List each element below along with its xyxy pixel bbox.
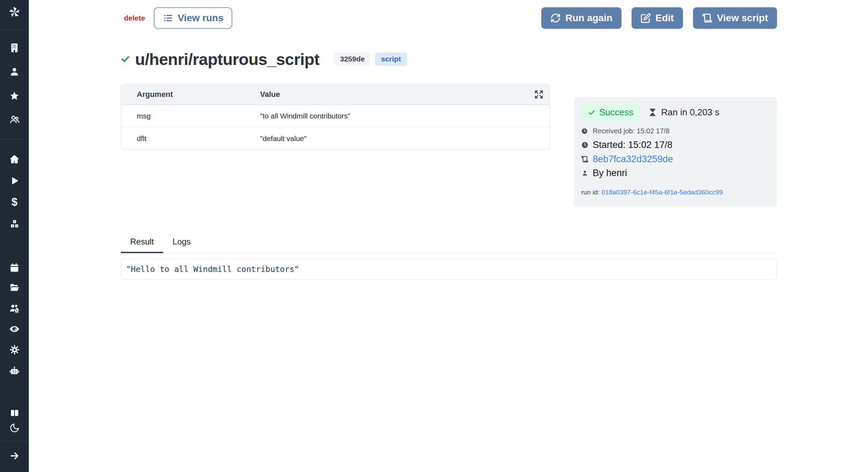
result-panel: "Hello to all Windmill contributors" xyxy=(121,258,777,280)
arguments-table: Argument Value msg "to all Windmill cont… xyxy=(121,84,550,150)
argument-value: "to all Windmill contributors" xyxy=(260,112,550,120)
sidebar-item-home[interactable] xyxy=(0,152,29,166)
sidebar-item-schedules[interactable] xyxy=(0,260,29,274)
clock-icon xyxy=(581,128,588,134)
sidebar-item-folders[interactable] xyxy=(0,281,29,295)
refresh-icon xyxy=(550,13,561,23)
sidebar-divider xyxy=(0,139,29,139)
column-header-argument: Argument xyxy=(121,90,260,99)
play-icon xyxy=(9,176,19,186)
run-info-panel: Success Ran in 0,203 s xyxy=(574,97,777,207)
expand-icon xyxy=(534,89,544,100)
star-icon xyxy=(9,91,20,101)
topbar: delete View runs Run again xyxy=(121,7,777,29)
books-icon xyxy=(9,408,20,418)
run-id-line: run id: 018a0397-6c1e-f45a-6f1e-5edad360… xyxy=(581,189,770,196)
table-header: Argument Value xyxy=(121,84,550,105)
person-icon xyxy=(581,169,589,177)
sidebar-item-workspace[interactable] xyxy=(0,41,29,55)
view-script-button[interactable]: View script xyxy=(693,7,777,29)
sidebar-item-dark-mode[interactable] xyxy=(0,421,29,435)
table-row: msg "to all Windmill contributors" xyxy=(121,105,550,127)
robot-icon xyxy=(9,365,20,377)
tab-logs[interactable]: Logs xyxy=(163,237,200,253)
argument-name: msg xyxy=(121,112,260,120)
status-badge: Success xyxy=(581,104,640,121)
sidebar-item-favorites[interactable] xyxy=(0,89,29,103)
run-again-label: Run again xyxy=(565,13,612,24)
job-hash-link[interactable]: 8eb7fca32d3259de xyxy=(593,154,673,165)
scroll-icon xyxy=(581,156,589,163)
dollar-icon: $ xyxy=(11,196,17,208)
calendar-icon xyxy=(9,262,20,273)
page-title: u/henri/rapturous_script xyxy=(135,50,319,69)
hourglass-icon xyxy=(648,108,657,117)
run-page: $ xyxy=(0,0,868,472)
moon-icon xyxy=(9,423,20,433)
clock-icon xyxy=(581,141,589,149)
sidebar-item-audit-logs[interactable] xyxy=(0,322,29,336)
duration-label: Ran in 0,203 s xyxy=(661,107,719,118)
user-icon xyxy=(9,66,20,77)
pencil-square-icon xyxy=(641,13,651,23)
building-icon xyxy=(9,42,20,53)
arrow-right-icon xyxy=(9,450,20,461)
sidebar-divider xyxy=(0,441,29,441)
windmill-logo-icon xyxy=(7,4,23,20)
run-again-button[interactable]: Run again xyxy=(541,7,621,29)
windmill-logo[interactable] xyxy=(0,5,29,19)
hash-badge: 3259de xyxy=(334,52,370,66)
received-job-label: Received job: 15:02 17/8 xyxy=(593,127,669,135)
view-script-label: View script xyxy=(717,13,768,24)
sidebar-divider xyxy=(0,30,29,30)
started-line: Started: 15:02 17/8 xyxy=(581,140,770,150)
expand-table-button[interactable] xyxy=(533,89,545,100)
users-icon xyxy=(9,114,20,125)
home-icon xyxy=(9,154,20,165)
type-badge: script xyxy=(375,52,407,66)
sidebar-item-users[interactable] xyxy=(0,113,29,126)
started-label: Started: 15:02 17/8 xyxy=(593,140,673,150)
eye-icon xyxy=(9,323,20,335)
sidebar-item-user[interactable] xyxy=(0,65,29,78)
status-label: Success xyxy=(599,107,633,118)
sidebar-item-docs[interactable] xyxy=(0,406,29,420)
run-id-label: run id: xyxy=(581,189,600,196)
sidebar-item-resources[interactable] xyxy=(0,217,29,231)
run-id-link[interactable]: 018a0397-6c1e-f45a-6f1e-5edad360cc99 xyxy=(601,189,723,196)
job-link-line: 8eb7fca32d3259de xyxy=(581,154,770,165)
sidebar-item-variables[interactable]: $ xyxy=(0,195,29,209)
scroll-icon xyxy=(702,13,712,23)
edit-button[interactable]: Edit xyxy=(632,7,683,29)
gear-icon xyxy=(9,344,20,355)
result-tabs: Result Logs xyxy=(121,237,777,253)
check-icon xyxy=(120,54,130,64)
users-gear-icon xyxy=(9,303,20,314)
folder-open-icon xyxy=(9,282,20,293)
sidebar-expand-button[interactable] xyxy=(0,449,29,463)
table-row: dflt "default value" xyxy=(121,127,550,149)
column-header-value: Value xyxy=(260,90,550,99)
sidebar: $ xyxy=(0,0,29,472)
edit-label: Edit xyxy=(656,13,674,24)
run-author-line: By henri xyxy=(581,168,770,179)
run-duration: Ran in 0,203 s xyxy=(648,107,719,118)
delete-button[interactable]: delete xyxy=(124,14,145,22)
argument-value: "default value" xyxy=(260,134,550,143)
sidebar-item-groups[interactable] xyxy=(0,301,29,315)
action-buttons: Run again Edit View script xyxy=(541,7,777,29)
list-icon xyxy=(163,13,173,23)
received-job-line: Received job: 15:02 17/8 xyxy=(581,127,770,135)
tab-result[interactable]: Result xyxy=(121,237,163,253)
result-value: "Hello to all Windmill contributors" xyxy=(126,265,299,274)
run-author-label: By henri xyxy=(593,168,627,179)
view-runs-button[interactable]: View runs xyxy=(154,7,233,29)
view-runs-label: View runs xyxy=(178,13,224,24)
argument-name: dflt xyxy=(121,134,260,143)
check-icon xyxy=(588,109,595,116)
cubes-icon xyxy=(9,219,20,230)
sidebar-item-settings[interactable] xyxy=(0,343,29,357)
title-row: u/henri/rapturous_script 3259de script xyxy=(120,49,407,69)
sidebar-item-workers[interactable] xyxy=(0,364,29,378)
sidebar-item-runs[interactable] xyxy=(0,174,29,188)
